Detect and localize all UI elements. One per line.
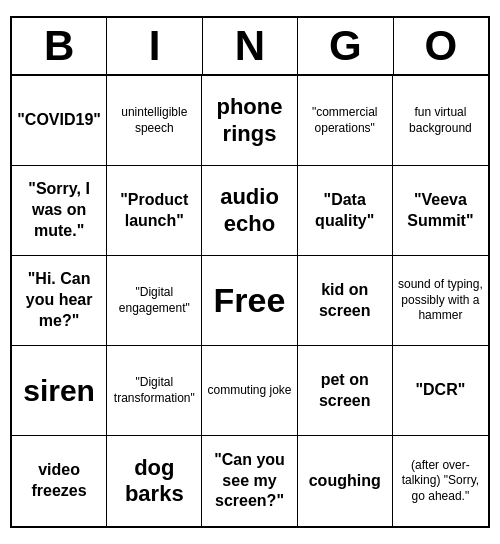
- cell-label: audio echo: [206, 184, 292, 237]
- bingo-header: BINGO: [12, 18, 488, 76]
- header-letter: G: [298, 18, 393, 74]
- cell-label: "Veeva Summit": [397, 190, 484, 232]
- bingo-cell: "Sorry, I was on mute.": [12, 166, 107, 256]
- cell-label: dog barks: [111, 455, 197, 508]
- bingo-cell: "Digital engagement": [107, 256, 202, 346]
- cell-label: "Can you see my screen?": [206, 450, 292, 512]
- header-letter: B: [12, 18, 107, 74]
- cell-label: "COVID19": [17, 110, 101, 131]
- bingo-cell: "commercial operations": [298, 76, 393, 166]
- cell-label: "Digital engagement": [111, 285, 197, 316]
- cell-label: phone rings: [206, 94, 292, 147]
- cell-label: "commercial operations": [302, 105, 388, 136]
- cell-label: "Product launch": [111, 190, 197, 232]
- bingo-cell: coughing: [298, 436, 393, 526]
- cell-label: pet on screen: [302, 370, 388, 412]
- cell-label: Free: [214, 278, 286, 322]
- bingo-cell: dog barks: [107, 436, 202, 526]
- bingo-cell: commuting joke: [202, 346, 297, 436]
- bingo-cell: "Hi. Can you hear me?": [12, 256, 107, 346]
- bingo-cell: fun virtual background: [393, 76, 488, 166]
- cell-label: kid on screen: [302, 280, 388, 322]
- cell-label: fun virtual background: [397, 105, 484, 136]
- cell-label: sound of typing, possibly with a hammer: [397, 277, 484, 324]
- bingo-cell: siren: [12, 346, 107, 436]
- bingo-cell: sound of typing, possibly with a hammer: [393, 256, 488, 346]
- bingo-cell: Free: [202, 256, 297, 346]
- cell-label: "Data quality": [302, 190, 388, 232]
- bingo-cell: "COVID19": [12, 76, 107, 166]
- cell-label: "Sorry, I was on mute.": [16, 179, 102, 241]
- bingo-cell: "Can you see my screen?": [202, 436, 297, 526]
- bingo-cell: unintelligible speech: [107, 76, 202, 166]
- bingo-cell: "Product launch": [107, 166, 202, 256]
- header-letter: I: [107, 18, 202, 74]
- bingo-cell: "Digital transformation": [107, 346, 202, 436]
- cell-label: unintelligible speech: [111, 105, 197, 136]
- bingo-cell: phone rings: [202, 76, 297, 166]
- cell-label: coughing: [309, 471, 381, 492]
- cell-label: (after over-talking) "Sorry, go ahead.": [397, 458, 484, 505]
- bingo-card: BINGO "COVID19"unintelligible speechphon…: [10, 16, 490, 528]
- bingo-cell: "Data quality": [298, 166, 393, 256]
- bingo-grid: "COVID19"unintelligible speechphone ring…: [12, 76, 488, 526]
- bingo-cell: kid on screen: [298, 256, 393, 346]
- bingo-cell: (after over-talking) "Sorry, go ahead.": [393, 436, 488, 526]
- bingo-cell: "DCR": [393, 346, 488, 436]
- bingo-cell: "Veeva Summit": [393, 166, 488, 256]
- bingo-cell: audio echo: [202, 166, 297, 256]
- bingo-cell: video freezes: [12, 436, 107, 526]
- cell-label: video freezes: [16, 460, 102, 502]
- cell-label: siren: [23, 374, 95, 407]
- header-letter: O: [394, 18, 488, 74]
- bingo-cell: pet on screen: [298, 346, 393, 436]
- cell-label: commuting joke: [207, 383, 291, 399]
- cell-label: "DCR": [415, 380, 465, 401]
- cell-label: "Digital transformation": [111, 375, 197, 406]
- cell-label: "Hi. Can you hear me?": [16, 269, 102, 331]
- header-letter: N: [203, 18, 298, 74]
